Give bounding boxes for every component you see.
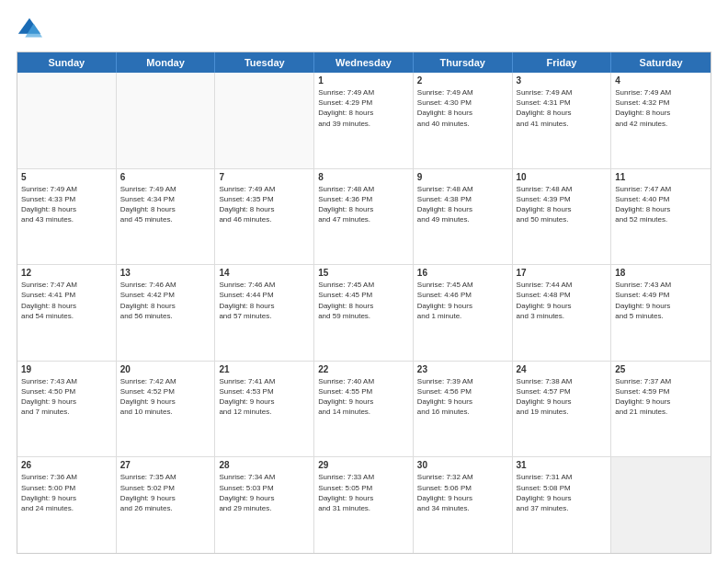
weekday-header-tuesday: Tuesday: [215, 52, 314, 73]
day-cell-19: 19Sunrise: 7:43 AM Sunset: 4:50 PM Dayli…: [17, 362, 117, 457]
day-info: Sunrise: 7:42 AM Sunset: 4:52 PM Dayligh…: [120, 376, 211, 418]
day-number: 25: [615, 364, 707, 374]
day-number: 5: [21, 172, 112, 182]
day-cell-18: 18Sunrise: 7:43 AM Sunset: 4:49 PM Dayli…: [611, 265, 711, 361]
day-info: Sunrise: 7:43 AM Sunset: 4:49 PM Dayligh…: [615, 280, 707, 321]
day-cell-10: 10Sunrise: 7:48 AM Sunset: 4:39 PM Dayli…: [513, 169, 612, 265]
day-info: Sunrise: 7:49 AM Sunset: 4:29 PM Dayligh…: [318, 87, 409, 129]
day-cell-16: 16Sunrise: 7:45 AM Sunset: 4:46 PM Dayli…: [414, 265, 513, 361]
day-number: 17: [517, 268, 608, 278]
day-info: Sunrise: 7:40 AM Sunset: 4:55 PM Dayligh…: [318, 376, 409, 418]
day-info: Sunrise: 7:49 AM Sunset: 4:31 PM Dayligh…: [517, 87, 608, 129]
day-cell-25: 25Sunrise: 7:37 AM Sunset: 4:59 PM Dayli…: [611, 362, 711, 457]
day-number: 4: [615, 75, 707, 86]
day-info: Sunrise: 7:48 AM Sunset: 4:36 PM Dayligh…: [318, 184, 409, 225]
day-info: Sunrise: 7:31 AM Sunset: 5:08 PM Dayligh…: [517, 472, 608, 513]
day-number: 14: [219, 268, 310, 278]
day-info: Sunrise: 7:41 AM Sunset: 4:53 PM Dayligh…: [219, 376, 310, 418]
calendar-body: 1Sunrise: 7:49 AM Sunset: 4:29 PM Daylig…: [17, 73, 711, 553]
day-info: Sunrise: 7:48 AM Sunset: 4:38 PM Dayligh…: [417, 184, 508, 225]
day-cell-14: 14Sunrise: 7:46 AM Sunset: 4:44 PM Dayli…: [215, 265, 314, 361]
day-number: 29: [318, 460, 409, 470]
day-number: 7: [219, 172, 310, 182]
day-info: Sunrise: 7:37 AM Sunset: 4:59 PM Dayligh…: [615, 376, 707, 418]
day-cell-3: 3Sunrise: 7:49 AM Sunset: 4:31 PM Daylig…: [513, 73, 612, 168]
day-cell-7: 7Sunrise: 7:49 AM Sunset: 4:35 PM Daylig…: [215, 169, 314, 265]
day-info: Sunrise: 7:39 AM Sunset: 4:56 PM Dayligh…: [417, 376, 508, 418]
day-info: Sunrise: 7:46 AM Sunset: 4:44 PM Dayligh…: [219, 280, 310, 321]
day-cell-28: 28Sunrise: 7:34 AM Sunset: 5:03 PM Dayli…: [215, 457, 314, 553]
calendar-row-4: 26Sunrise: 7:36 AM Sunset: 5:00 PM Dayli…: [17, 457, 711, 553]
day-cell-20: 20Sunrise: 7:42 AM Sunset: 4:52 PM Dayli…: [117, 362, 216, 457]
day-cell-1: 1Sunrise: 7:49 AM Sunset: 4:29 PM Daylig…: [314, 73, 414, 168]
day-cell-23: 23Sunrise: 7:39 AM Sunset: 4:56 PM Dayli…: [414, 362, 513, 457]
day-info: Sunrise: 7:47 AM Sunset: 4:40 PM Dayligh…: [615, 184, 707, 225]
day-cell-15: 15Sunrise: 7:45 AM Sunset: 4:45 PM Dayli…: [314, 265, 414, 361]
day-info: Sunrise: 7:46 AM Sunset: 4:42 PM Dayligh…: [120, 280, 211, 321]
day-info: Sunrise: 7:49 AM Sunset: 4:35 PM Dayligh…: [219, 184, 310, 225]
day-info: Sunrise: 7:33 AM Sunset: 5:05 PM Dayligh…: [318, 472, 409, 513]
day-cell-11: 11Sunrise: 7:47 AM Sunset: 4:40 PM Dayli…: [611, 169, 711, 265]
day-cell-17: 17Sunrise: 7:44 AM Sunset: 4:48 PM Dayli…: [513, 265, 612, 361]
calendar-row-2: 12Sunrise: 7:47 AM Sunset: 4:41 PM Dayli…: [17, 265, 711, 362]
day-info: Sunrise: 7:47 AM Sunset: 4:41 PM Dayligh…: [21, 280, 112, 321]
day-number: 12: [21, 268, 112, 278]
calendar-header: SundayMondayTuesdayWednesdayThursdayFrid…: [17, 52, 711, 73]
day-info: Sunrise: 7:43 AM Sunset: 4:50 PM Dayligh…: [21, 376, 112, 418]
day-cell-31: 31Sunrise: 7:31 AM Sunset: 5:08 PM Dayli…: [513, 457, 612, 553]
day-cell-27: 27Sunrise: 7:35 AM Sunset: 5:02 PM Dayli…: [117, 457, 216, 553]
day-cell-22: 22Sunrise: 7:40 AM Sunset: 4:55 PM Dayli…: [314, 362, 414, 457]
weekday-header-saturday: Saturday: [611, 52, 711, 73]
day-cell-9: 9Sunrise: 7:48 AM Sunset: 4:38 PM Daylig…: [414, 169, 513, 265]
day-info: Sunrise: 7:49 AM Sunset: 4:30 PM Dayligh…: [417, 87, 508, 129]
day-number: 9: [417, 172, 508, 182]
weekday-header-thursday: Thursday: [414, 52, 513, 73]
day-cell-21: 21Sunrise: 7:41 AM Sunset: 4:53 PM Dayli…: [215, 362, 314, 457]
day-cell-29: 29Sunrise: 7:33 AM Sunset: 5:05 PM Dayli…: [314, 457, 414, 553]
calendar: SundayMondayTuesdayWednesdayThursdayFrid…: [17, 52, 711, 554]
day-cell-24: 24Sunrise: 7:38 AM Sunset: 4:57 PM Dayli…: [513, 362, 612, 457]
day-info: Sunrise: 7:34 AM Sunset: 5:03 PM Dayligh…: [219, 472, 310, 513]
empty-cell: [17, 73, 117, 168]
day-info: Sunrise: 7:49 AM Sunset: 4:32 PM Dayligh…: [615, 87, 707, 129]
day-number: 3: [517, 75, 608, 86]
day-number: 13: [120, 268, 211, 278]
day-number: 28: [219, 460, 310, 470]
calendar-row-0: 1Sunrise: 7:49 AM Sunset: 4:29 PM Daylig…: [17, 73, 711, 169]
day-cell-12: 12Sunrise: 7:47 AM Sunset: 4:41 PM Dayli…: [17, 265, 117, 361]
day-cell-2: 2Sunrise: 7:49 AM Sunset: 4:30 PM Daylig…: [414, 73, 513, 168]
day-number: 8: [318, 172, 409, 182]
header: [17, 17, 711, 42]
day-number: 27: [120, 460, 211, 470]
day-cell-6: 6Sunrise: 7:49 AM Sunset: 4:34 PM Daylig…: [117, 169, 216, 265]
day-info: Sunrise: 7:48 AM Sunset: 4:39 PM Dayligh…: [517, 184, 608, 225]
day-info: Sunrise: 7:32 AM Sunset: 5:06 PM Dayligh…: [417, 472, 508, 513]
day-number: 1: [318, 75, 409, 86]
day-number: 20: [120, 364, 211, 374]
weekday-header-wednesday: Wednesday: [314, 52, 414, 73]
day-info: Sunrise: 7:45 AM Sunset: 4:46 PM Dayligh…: [417, 280, 508, 321]
day-number: 24: [517, 364, 608, 374]
day-number: 23: [417, 364, 508, 374]
day-number: 2: [417, 75, 508, 86]
day-number: 30: [417, 460, 508, 470]
logo: [17, 17, 44, 42]
day-number: 31: [517, 460, 608, 470]
day-number: 11: [615, 172, 707, 182]
day-number: 21: [219, 364, 310, 374]
calendar-row-1: 5Sunrise: 7:49 AM Sunset: 4:33 PM Daylig…: [17, 169, 711, 266]
day-number: 6: [120, 172, 211, 182]
day-info: Sunrise: 7:45 AM Sunset: 4:45 PM Dayligh…: [318, 280, 409, 321]
day-cell-8: 8Sunrise: 7:48 AM Sunset: 4:36 PM Daylig…: [314, 169, 414, 265]
empty-cell: [215, 73, 314, 168]
day-info: Sunrise: 7:49 AM Sunset: 4:34 PM Dayligh…: [120, 184, 211, 225]
empty-cell: [117, 73, 216, 168]
day-info: Sunrise: 7:49 AM Sunset: 4:33 PM Dayligh…: [21, 184, 112, 225]
day-number: 10: [517, 172, 608, 182]
day-cell-26: 26Sunrise: 7:36 AM Sunset: 5:00 PM Dayli…: [17, 457, 117, 553]
day-number: 15: [318, 268, 409, 278]
weekday-header-monday: Monday: [117, 52, 216, 73]
day-cell-30: 30Sunrise: 7:32 AM Sunset: 5:06 PM Dayli…: [414, 457, 513, 553]
day-number: 18: [615, 268, 707, 278]
logo-icon: [17, 17, 42, 42]
